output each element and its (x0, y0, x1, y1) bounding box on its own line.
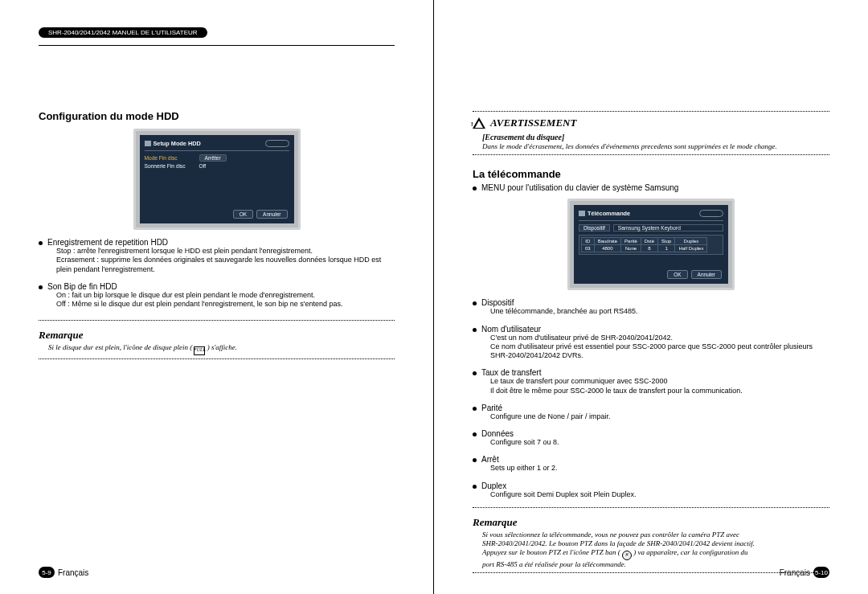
bullet-remote-3-body: Configure une de None / pair / impair. (490, 412, 829, 421)
bullet-hdd-1-title: Son Bip de fin HDD (47, 282, 117, 291)
hdd-screen-inner: Setup Mode HDD Mode Fin disc Arrêter Son… (140, 135, 294, 223)
bullet-remote-5: Arrêt (473, 455, 829, 464)
bullet-remote-4: Données (473, 429, 829, 438)
screenshot-hdd-wrap: Setup Mode HDD Mode Fin disc Arrêter Son… (39, 129, 395, 230)
remarque-right-line2b: ) va apparaître, car la configuration du (633, 548, 747, 556)
brand-oval-icon (265, 140, 289, 147)
bullet-remote-4-body: Configure soit 7 ou 8. (490, 438, 829, 447)
bullet-hdd-1-body: On : fait un bip lorsque le disque dur e… (56, 291, 395, 309)
page-right: ! AVERTISSEMENT [Ecrasement du disquee] … (434, 0, 868, 594)
bullet-dot-icon (473, 328, 477, 332)
remote-title-icon (579, 211, 585, 216)
remote-screen-title: Télécommande (579, 210, 630, 217)
bullet-hdd-0: Enregistrement de repetition HDD (39, 238, 395, 247)
warning-label: AVERTISSEMENT (490, 117, 576, 129)
dotted-divider (39, 358, 395, 359)
footer-lang-left: Français (58, 568, 88, 577)
bullet-remote-0-body: Une télécommande, branchée au port RS485… (490, 307, 829, 316)
ptz-ban-icon: ✕ (622, 551, 632, 560)
remarque-label-left: Remarque (39, 329, 395, 342)
divider (39, 45, 395, 46)
hdd-row-1-value: Off (199, 163, 207, 169)
remote-cancel-button: Annuler (691, 270, 722, 279)
remarque-left-prefix: Si le disque dur est plein, l'icône de d… (48, 343, 192, 351)
page-spread: SHR-2040/2041/2042 MANUEL DE L'UTILISATE… (0, 0, 868, 594)
th-stop: Stop (658, 238, 675, 245)
bullet-dot-icon (473, 432, 477, 436)
bullet-remote-0: Dispositif (473, 298, 829, 307)
warning-exclaim-icon: ! (471, 121, 473, 128)
remarque-label-right: Remarque (473, 516, 829, 529)
bullet-remote-1-title: Nom d'utilisateur (481, 325, 541, 334)
remote-screen-titlebar: Télécommande (579, 210, 723, 217)
screenshot-remote: Télécommande Dispositif Samsung System K… (567, 199, 735, 290)
dotted-divider (473, 572, 829, 573)
bullet-dot-icon (473, 301, 477, 305)
hdd-row-0: Mode Fin disc Arrêter (145, 154, 289, 162)
bullet-dot-icon (39, 241, 43, 245)
remarque-right-line3: port RS-485 a été réalisée pour la téléc… (482, 560, 626, 568)
th-parite: Parité (621, 238, 641, 245)
bullet-remote-4-title: Données (481, 429, 514, 438)
section-title-remote: La télécommande (473, 168, 829, 180)
remarque-right-line1: SHR-2040/2041/2042. Le bouton PTZ dans l… (482, 539, 755, 547)
bullet-dot-icon (473, 458, 477, 462)
page-left: SHR-2040/2041/2042 MANUEL DE L'UTILISATE… (0, 0, 434, 594)
hdd-screen-title-text: Setup Mode HDD (154, 140, 201, 147)
th-id: ID (582, 238, 595, 245)
bullet-remote-5-title: Arrêt (481, 455, 499, 464)
remarque-right-line0: Si vous sélectionnez la télécommande, vo… (482, 531, 739, 539)
bullet-remote-0-title: Dispositif (481, 298, 514, 307)
remote-ok-button: OK (667, 270, 687, 279)
hdd-screen-titlebar: Setup Mode HDD (145, 140, 289, 147)
remote-menu-line-row: MENU pour l'utilisation du clavier de sy… (473, 183, 829, 192)
bullet-dot-icon (473, 485, 477, 489)
ecrasement-title: [Ecrasement du disquee] (482, 133, 829, 141)
remote-screen-buttons: OK Annuler (667, 270, 722, 279)
th-baudrate: Baudrate (594, 238, 620, 245)
bullet-hdd-1: Son Bip de fin HDD (39, 282, 395, 291)
bullet-remote-1-body: C'est un nom d'utilisateur privé de SHR-… (490, 334, 829, 361)
hdd-row-0-key: Mode Fin disc (145, 155, 194, 161)
td-dste: 8 (641, 245, 657, 252)
hdd-title-icon (145, 141, 151, 146)
remarque-right-line2a: Appuyez sur le bouton PTZ et l'icône PTZ… (482, 548, 620, 556)
bullet-remote-3-title: Parité (481, 404, 502, 412)
bullet-remote-2: Taux de transfert (473, 368, 829, 377)
brand-oval-icon (699, 210, 723, 217)
remarque-body-left: Si le disque dur est plein, l'icône de d… (39, 343, 395, 354)
disk-full-icon: FULL (194, 346, 205, 355)
hdd-ok-button: OK (233, 210, 253, 219)
dotted-divider (473, 111, 829, 112)
manual-header-pill: SHR-2040/2041/2042 MANUEL DE L'UTILISATE… (39, 27, 207, 38)
remote-screen-inner: Télécommande Dispositif Samsung System K… (574, 205, 728, 284)
bullet-dot-icon (473, 371, 477, 375)
remote-menu-line: MENU pour l'utilisation du clavier de sy… (481, 183, 678, 192)
bullet-remote-6-title: Duplex (481, 481, 506, 490)
td-duplex: Half Duplex (675, 245, 707, 252)
remarque-left-suffix: ) s'affiche. (207, 343, 237, 351)
remarque-body-right: Si vous sélectionnez la télécommande, vo… (473, 531, 829, 570)
hdd-cancel-button: Annuler (256, 210, 287, 219)
warning-row: ! AVERTISSEMENT (473, 117, 829, 129)
warning-triangle-icon (473, 117, 485, 129)
bullet-hdd-0-title: Enregistrement de repetition HDD (47, 238, 168, 247)
hdd-row-0-value: Arrêter (199, 154, 227, 162)
bullet-dot-icon (473, 407, 477, 411)
bullet-remote-2-title: Taux de transfert (481, 368, 541, 377)
bullet-remote-6: Duplex (473, 481, 829, 490)
td-baudrate: 4800 (594, 245, 620, 252)
divider (579, 220, 723, 221)
screenshot-remote-wrap: Télécommande Dispositif Samsung System K… (473, 199, 829, 290)
dotted-divider (39, 320, 395, 321)
td-parite: None (621, 245, 641, 252)
page-number-left: 5-9 (39, 567, 55, 578)
screenshot-hdd: Setup Mode HDD Mode Fin disc Arrêter Son… (133, 129, 301, 230)
remote-device-row: Dispositif Samsung System Keybord (579, 224, 723, 231)
hdd-screen-title: Setup Mode HDD (145, 140, 201, 147)
bullet-remote-6-body: Configure soit Demi Duplex soit Plein Du… (490, 490, 829, 499)
bullet-remote-3: Parité (473, 404, 829, 412)
hdd-screen-buttons: OK Annuler (233, 210, 288, 219)
dotted-divider (473, 507, 829, 508)
footer-right: Français 5-10 (780, 567, 829, 578)
